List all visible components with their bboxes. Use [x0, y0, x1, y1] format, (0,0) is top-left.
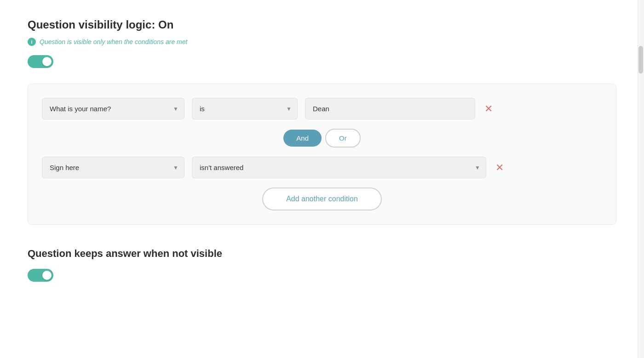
- add-condition-button[interactable]: Add another condition: [262, 188, 382, 210]
- condition1-question-select[interactable]: What is your name? Sign here Other quest…: [42, 98, 184, 119]
- add-condition-row: Add another condition: [42, 188, 602, 210]
- info-text: Question is visible only when the condit…: [40, 38, 187, 45]
- keeps-answer-toggle-wrapper: [28, 269, 616, 284]
- condition1-operator-select-wrapper[interactable]: is is not contains doesn't contain is an…: [192, 98, 298, 119]
- condition2-delete-button[interactable]: ✕: [494, 160, 506, 176]
- condition1-answer-input[interactable]: [305, 98, 475, 119]
- and-or-row: And Or: [42, 129, 602, 148]
- condition1-delete-button[interactable]: ✕: [483, 101, 494, 117]
- condition2-question-select-wrapper[interactable]: What is your name? Sign here Other quest…: [42, 157, 184, 178]
- toggle2-knob: [42, 271, 52, 280]
- or-button[interactable]: Or: [325, 129, 361, 148]
- section2-title: Question keeps answer when not visible: [28, 248, 616, 260]
- scrollbar-thumb[interactable]: [638, 46, 643, 74]
- keeps-answer-toggle[interactable]: [28, 269, 53, 282]
- condition1-operator-select[interactable]: is is not contains doesn't contain is an…: [192, 98, 297, 119]
- conditions-card: What is your name? Sign here Other quest…: [28, 84, 616, 225]
- toggle-knob: [42, 57, 52, 66]
- visibility-toggle[interactable]: [28, 55, 53, 68]
- condition1-question-select-wrapper[interactable]: What is your name? Sign here Other quest…: [42, 98, 184, 119]
- condition-row-2: What is your name? Sign here Other quest…: [42, 157, 602, 178]
- scrollbar-track: [638, 0, 644, 358]
- visibility-toggle-wrapper: [28, 55, 616, 70]
- section1-title: Question visibility logic: On: [28, 18, 616, 31]
- condition2-operator-select-wrapper[interactable]: is is not contains doesn't contain is an…: [192, 157, 486, 178]
- info-row: i Question is visible only when the cond…: [28, 38, 616, 46]
- condition2-question-select[interactable]: What is your name? Sign here Other quest…: [42, 157, 184, 178]
- condition-row-1: What is your name? Sign here Other quest…: [42, 98, 602, 119]
- and-button[interactable]: And: [283, 130, 322, 147]
- condition2-operator-select[interactable]: is is not contains doesn't contain is an…: [192, 157, 486, 178]
- info-icon: i: [28, 38, 36, 46]
